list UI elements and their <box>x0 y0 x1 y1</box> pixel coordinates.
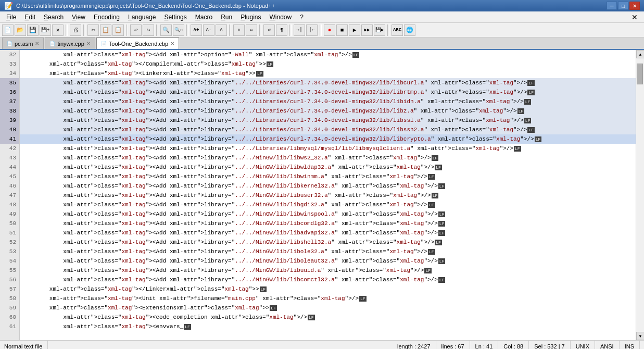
line-number: 37 <box>0 97 19 106</box>
menu-file[interactable]: File <box>2 11 20 22</box>
menu-edit[interactable]: Edit <box>20 11 40 22</box>
sep4 <box>156 24 158 36</box>
code-area[interactable]: xml-attr">class="xml-tag"><Add xml-attr"… <box>20 50 636 340</box>
title-bar: 📝 C:\Users\ultifinitus\programming\cpp\p… <box>0 0 644 11</box>
sep7 <box>259 24 261 36</box>
code-line: xml-attr">class="xml-tag"><Add xml-attr"… <box>20 181 636 191</box>
spell-check-button[interactable]: ABC <box>392 24 403 36</box>
scroll-thumb[interactable] <box>637 64 643 84</box>
sync-scroll-v-button[interactable]: ⇕ <box>233 24 245 36</box>
code-line: xml-attr">class="xml-tag"><Add xml-attr"… <box>20 116 636 125</box>
menu-settings[interactable]: Settings <box>160 11 191 22</box>
line-number: 40 <box>0 125 19 134</box>
code-line: xml-attr">class="xml-tag"><Add xml-attr"… <box>20 219 636 228</box>
code-line: xml-attr">class="xml-tag"><envvars_LF <box>20 322 636 331</box>
menu-run[interactable]: Run <box>217 11 236 22</box>
cut-button[interactable]: ✂ <box>87 24 99 36</box>
code-line: xml-attr">class="xml-tag"><Add xml-attr"… <box>20 88 636 97</box>
all-chars-button[interactable]: ¶ <box>276 24 287 36</box>
menu-view[interactable]: View <box>68 11 90 22</box>
sep6 <box>229 24 231 36</box>
menu-close-x[interactable]: ✕ <box>627 13 642 21</box>
macro-play-button[interactable]: ▶ <box>349 24 360 36</box>
word-wrap-button[interactable]: ⏎ <box>263 24 275 36</box>
line-number: 49 <box>0 209 19 219</box>
line-number: 59 <box>0 303 19 313</box>
tab-tool-one[interactable]: 📄 Tool-One_Backend.cbp ✕ <box>96 38 179 49</box>
tab-icon: 📄 <box>49 41 55 46</box>
copy-button[interactable]: 📋 <box>100 24 111 36</box>
line-number: 43 <box>0 153 19 163</box>
title-text: C:\Users\ultifinitus\programming\cpp\pro… <box>16 3 607 9</box>
zoom-restore-button[interactable]: A <box>216 24 227 36</box>
save-all-button[interactable]: 💾+ <box>40 24 51 36</box>
macro-save-button[interactable]: 💾▶ <box>374 24 385 36</box>
indent-button[interactable]: →| <box>294 24 305 36</box>
window-controls: ─ □ ✕ <box>607 2 640 10</box>
sync-scroll-h-button[interactable]: ⇔ <box>246 24 257 36</box>
launch-browser-button[interactable]: 🌐 <box>404 24 415 36</box>
menu-macro[interactable]: Macro <box>191 11 217 22</box>
tab-icon: 📄 <box>101 41 107 46</box>
tab-close-icon[interactable]: ✕ <box>86 41 91 46</box>
macro-playback-button[interactable]: ▶▶ <box>361 24 373 36</box>
tab-close-icon[interactable]: ✕ <box>170 41 174 46</box>
close-button-tb[interactable]: ✕ <box>52 24 64 36</box>
code-line: xml-attr">class="xml-tag"><code_completi… <box>20 313 636 322</box>
close-button[interactable]: ✕ <box>629 2 640 10</box>
zoom-in-button[interactable]: A+ <box>191 24 202 36</box>
vertical-scrollbar[interactable]: ▲ ▼ <box>636 50 644 340</box>
code-line: xml-attr">class="xml-tag"><Add xml-attr"… <box>20 50 636 59</box>
unindent-button[interactable]: |← <box>306 24 318 36</box>
menu-help[interactable]: ? <box>296 11 308 22</box>
code-line: xml-attr">class="xml-tag"><Add xml-attr"… <box>20 144 636 153</box>
code-line: xml-attr">class="xml-tag"><Add xml-attr"… <box>20 153 636 163</box>
line-number: 61 <box>0 322 19 331</box>
find-button[interactable]: 🔍 <box>160 24 172 36</box>
tab-close-icon[interactable]: ✕ <box>35 41 39 46</box>
maximize-button[interactable]: □ <box>618 2 628 10</box>
line-number: 38 <box>0 106 19 116</box>
toolbar: 📄 📂 💾 💾+ ✕ 🖨 ✂ 📋 📋 ↩ ↪ 🔍 🔍↔ A+ A- A ⇕ ⇔ … <box>0 23 644 38</box>
code-line: xml-attr">class="xml-tag"><Add xml-attr"… <box>20 172 636 181</box>
macro-stop-button[interactable]: ■ <box>336 24 348 36</box>
line-number: 44 <box>0 163 19 172</box>
status-eol: UNIX <box>571 341 595 349</box>
zoom-out-button[interactable]: A- <box>203 24 214 36</box>
scroll-down-button[interactable]: ▼ <box>636 332 644 340</box>
code-line: xml-attr">class="xml-tag"><Add xml-attr"… <box>20 97 636 106</box>
tab-label: pc.asm <box>15 41 33 47</box>
code-line: xml-attr">class="xml-tag"><Add xml-attr"… <box>20 238 636 247</box>
menu-plugins[interactable]: Plugins <box>236 11 265 22</box>
code-line: xml-attr">class="xml-tag"><Add xml-attr"… <box>20 78 636 88</box>
paste-button[interactable]: 📋 <box>112 24 124 36</box>
code-line: xml-attr">class="xml-tag"><Add xml-attr"… <box>20 191 636 200</box>
tab-pc-asm[interactable]: 📄 pc.asm ✕ <box>2 38 44 49</box>
menu-search[interactable]: Search <box>40 11 68 22</box>
code-line: xml-attr">class="xml-tag"><Add xml-attr"… <box>20 247 636 256</box>
menu-window[interactable]: Window <box>266 11 296 22</box>
code-line: xml-attr">class="xml-tag"><Add xml-attr"… <box>20 163 636 172</box>
find-replace-button[interactable]: 🔍↔ <box>173 24 184 36</box>
minimize-button[interactable]: ─ <box>607 2 617 10</box>
save-button[interactable]: 💾 <box>27 24 39 36</box>
print-button[interactable]: 🖨 <box>70 24 81 36</box>
code-line: xml-attr">class="xml-tag"><Unit xml-attr… <box>20 294 636 303</box>
menu-language[interactable]: Language <box>124 11 160 22</box>
tab-tinywx[interactable]: 📄 tinywx.cpp ✕ <box>45 38 95 49</box>
scroll-track[interactable] <box>636 58 644 332</box>
scroll-up-button[interactable]: ▲ <box>636 50 644 58</box>
line-number: 60 <box>0 313 19 322</box>
status-lines: lines : 67 <box>436 341 470 349</box>
line-number: 36 <box>0 88 19 97</box>
line-numbers: 3233343536373839404142434445464748495051… <box>0 50 20 340</box>
sep2 <box>83 24 85 36</box>
undo-button[interactable]: ↩ <box>130 24 142 36</box>
open-button[interactable]: 📂 <box>15 24 26 36</box>
status-ins: INS <box>620 341 640 349</box>
new-button[interactable]: 📄 <box>2 24 14 36</box>
redo-button[interactable]: ↪ <box>143 24 154 36</box>
macro-record-button[interactable]: ● <box>324 24 335 36</box>
menu-encoding[interactable]: Encoding <box>90 11 124 22</box>
app-icon: 📝 <box>4 2 13 10</box>
